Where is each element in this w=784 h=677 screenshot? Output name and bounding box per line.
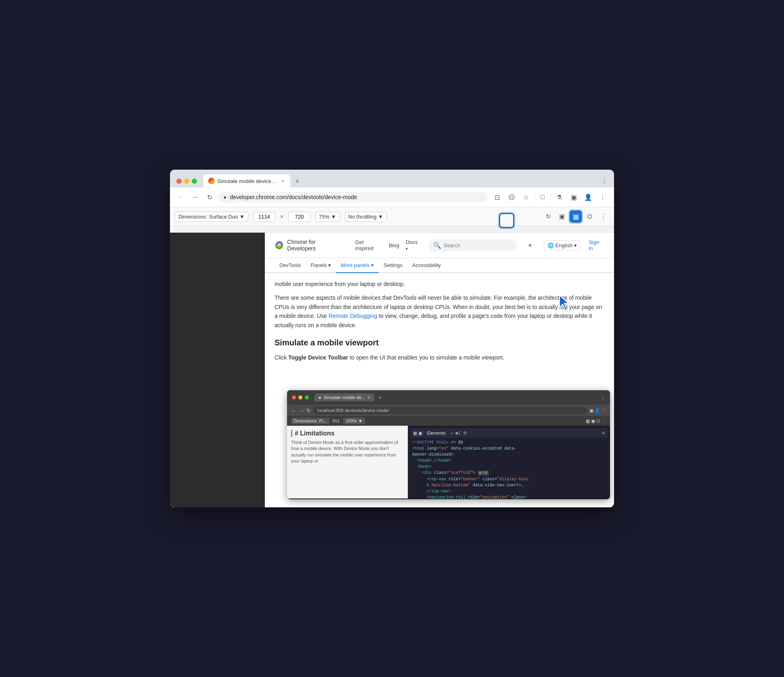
menu-button[interactable]: ⋮ bbox=[596, 191, 609, 204]
subnav-accessibility[interactable]: Accessibility bbox=[407, 258, 446, 273]
code-line-4: <head>…</head> bbox=[412, 458, 606, 464]
site-header: Chrome for Developers Get inspired Blog … bbox=[265, 233, 614, 258]
ss-devtools-icons: ▦ ▣ bbox=[413, 431, 422, 436]
ss-dt-menu[interactable]: ⋮ bbox=[470, 431, 474, 436]
article-click-text: Click Toggle Device Toolbar to open the … bbox=[275, 353, 604, 362]
code-line-9: </top-nav> bbox=[412, 488, 606, 494]
nav-item-get-inspired[interactable]: Get inspired bbox=[355, 238, 382, 253]
ss-tab-title: Simulate mobile de... bbox=[324, 395, 365, 400]
address-bar[interactable]: ● developer.chrome.com/docs/devtools/dev… bbox=[218, 192, 487, 202]
back-button[interactable]: ← bbox=[175, 191, 186, 203]
ss-dt-tab-more[interactable]: » bbox=[451, 431, 453, 435]
toggle-device-toolbar-button[interactable]: ▦ bbox=[570, 210, 582, 223]
device-mode-overlay bbox=[170, 233, 265, 507]
reload-button[interactable]: ↻ bbox=[204, 191, 215, 203]
dimensions-select[interactable]: Dimensions: Surface Duo ▼ bbox=[175, 212, 248, 222]
ss-device-icons: ▦ ▣ ⌬ ⋮ bbox=[586, 418, 606, 424]
tab-title: Simulate mobile devices with bbox=[217, 178, 278, 184]
ss-tab[interactable]: ● Simulate mobile de... × bbox=[314, 393, 374, 402]
bookmark-button[interactable]: ☆ bbox=[520, 191, 532, 204]
new-tab-button[interactable]: + bbox=[292, 176, 303, 187]
sidebar-button[interactable]: ▣ bbox=[567, 191, 580, 204]
code-line-8: k hairline-bottom" data-side-nav-inert>… bbox=[412, 482, 606, 488]
ss-reload-btn[interactable]: ↻ bbox=[306, 408, 311, 414]
lab-button[interactable]: ⚗ bbox=[553, 191, 566, 204]
article-heading: Simulate a mobile viewport bbox=[275, 336, 604, 349]
ss-dim-label: Dimensions: Pi... bbox=[293, 418, 327, 423]
code-line-2: <html lang="en" data-cookies-accepted da… bbox=[412, 446, 606, 452]
ss-dt-settings[interactable]: ⚙ bbox=[463, 431, 467, 436]
chrome-logo-icon bbox=[275, 240, 284, 250]
ss-main-content: # Limitations Think of Device Mode as a … bbox=[287, 426, 610, 498]
subnav-settings[interactable]: Settings bbox=[379, 258, 407, 273]
subnav-devtools[interactable]: DevTools bbox=[275, 258, 306, 273]
article-content: mobile user experience from your laptop … bbox=[265, 273, 614, 373]
code-line-5: <body> bbox=[412, 464, 606, 470]
forward-button[interactable]: → bbox=[189, 191, 201, 203]
search-input[interactable] bbox=[444, 242, 511, 248]
zoom-label: 75% ▼ bbox=[319, 214, 336, 220]
ss-dt-badge: ■1 bbox=[455, 431, 461, 435]
ss-toolbar: ← → ↻ localhost:808 devtools/device-mode… bbox=[287, 405, 610, 416]
cast-button[interactable]: ⊡ bbox=[491, 191, 503, 204]
remote-debugging-link[interactable]: Remote Debugging bbox=[329, 313, 377, 319]
device-toolbar-actions: ↻ ▣ ▦ ⌬ ⋮ bbox=[542, 210, 609, 223]
subnav-more-panels[interactable]: More panels ▾ bbox=[336, 258, 379, 273]
subnav-panels[interactable]: Panels ▾ bbox=[306, 258, 335, 273]
code-line-7: <top-nav role="banner" class="display-bl… bbox=[412, 476, 606, 482]
ss-maximize-btn[interactable] bbox=[305, 395, 309, 399]
ss-minimize-btn[interactable] bbox=[298, 395, 302, 399]
capture-screenshot-button[interactable]: ▣ bbox=[556, 210, 568, 223]
ss-dimensions-select[interactable]: Dimensions: Pi... bbox=[291, 418, 329, 424]
toggle-device-toolbar-text: Toggle Device Toolbar bbox=[288, 354, 348, 361]
cursor-icon bbox=[560, 295, 572, 311]
chevron-down-icon: ▾ bbox=[574, 242, 577, 248]
throttle-select[interactable]: No throttling ▼ bbox=[345, 212, 387, 222]
inspector-button[interactable]: ⌬ bbox=[583, 210, 595, 223]
profile-button[interactable]: 👤 bbox=[582, 191, 595, 204]
maximize-button[interactable] bbox=[192, 179, 197, 184]
close-button[interactable] bbox=[176, 179, 182, 184]
throttle-label: No throttling ▼ bbox=[348, 214, 384, 220]
ss-tab-favicon: ● bbox=[319, 395, 321, 400]
more-options-button[interactable]: ⋮ bbox=[597, 210, 609, 223]
ss-close-btn[interactable] bbox=[292, 395, 296, 399]
site-subnav: DevTools Panels ▾ More panels ▾ Settings… bbox=[265, 258, 614, 273]
language-selector[interactable]: 🌐 English ▾ bbox=[544, 240, 581, 250]
zoom-select[interactable]: 75% ▼ bbox=[315, 212, 340, 222]
ss-elements-tab[interactable]: Elements bbox=[425, 430, 448, 436]
toolbar-divider-2 bbox=[551, 193, 551, 201]
rotate-button[interactable]: ↻ bbox=[542, 210, 554, 223]
nav-item-docs[interactable]: Docs bbox=[406, 238, 420, 253]
ss-window-menu[interactable]: ⋮ bbox=[600, 395, 605, 400]
dimensions-label: Dimensions: Surface Duo ▼ bbox=[178, 214, 245, 220]
globe-icon: 🌐 bbox=[547, 242, 554, 248]
height-field[interactable] bbox=[288, 212, 310, 222]
ss-back-btn[interactable]: ← bbox=[291, 408, 296, 414]
tab-favicon bbox=[208, 178, 215, 184]
theme-toggle-button[interactable]: ☀ bbox=[524, 241, 536, 250]
minimize-button[interactable] bbox=[184, 179, 189, 184]
ss-dt-close-btn[interactable]: ✕ bbox=[602, 431, 605, 436]
ss-page-title: # Limitations bbox=[291, 430, 404, 437]
address-text: developer.chrome.com/docs/devtools/devic… bbox=[230, 194, 482, 200]
ss-zoom-select[interactable]: 100% ▼ bbox=[343, 418, 365, 424]
ss-address-bar[interactable]: localhost:808 devtools/device-mode/ bbox=[313, 407, 587, 414]
ruler-left bbox=[170, 226, 174, 232]
sign-in-button[interactable]: Sign in bbox=[589, 239, 604, 251]
ss-forward-btn[interactable]: → bbox=[299, 408, 304, 414]
active-tab[interactable]: Simulate mobile devices with × bbox=[203, 175, 290, 187]
adblock-icon[interactable]: ☹ bbox=[505, 191, 518, 204]
ss-page-text: Think of Device Mode as a first-order ap… bbox=[291, 439, 404, 465]
ss-devtools-panel: ▦ ▣ Elements » ■1 ⚙ ⋮ ✕ <!DOCTYPE html> … bbox=[408, 426, 610, 498]
code-line-6: <div class="scaffold"> grid bbox=[412, 470, 606, 476]
tab-bar: Simulate mobile devices with × + bbox=[203, 175, 598, 187]
nav-item-blog[interactable]: Blog bbox=[389, 241, 399, 250]
ss-new-tab[interactable]: + bbox=[377, 394, 383, 401]
width-field[interactable] bbox=[253, 212, 275, 222]
site-search[interactable]: 🔍 bbox=[428, 240, 516, 251]
extension-button[interactable]: □ bbox=[536, 191, 549, 204]
tab-close-button[interactable]: × bbox=[280, 178, 285, 184]
window-menu[interactable]: ⋮ bbox=[601, 177, 608, 185]
traffic-lights bbox=[176, 179, 197, 184]
